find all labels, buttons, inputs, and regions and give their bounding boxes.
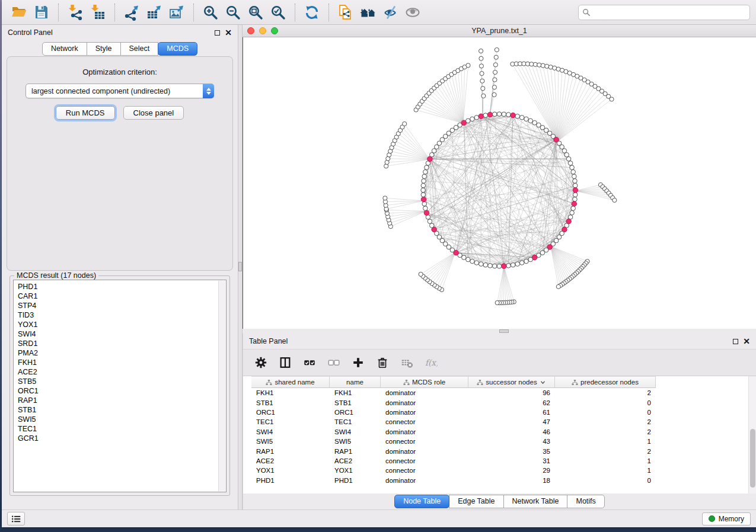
result-node-item[interactable]: PMA2: [14, 348, 226, 358]
zoom-fit-icon[interactable]: [244, 2, 267, 23]
houses-icon[interactable]: [357, 2, 379, 23]
result-node-item[interactable]: STB5: [14, 377, 226, 386]
table-row[interactable]: SWI4SWI4dominator462: [243, 427, 756, 437]
cell-MCDS-role: connector: [381, 467, 468, 474]
show-graphics-details-icon[interactable]: [402, 2, 425, 23]
table-row[interactable]: RAP1RAP1dominator352: [243, 446, 756, 456]
run-mcds-button[interactable]: Run MCDS: [56, 106, 115, 120]
table-row[interactable]: ACE2ACE2connector311: [243, 456, 756, 466]
control-panel: Control Panel ✕ NetworkStyleSelectMCDS O…: [2, 25, 238, 509]
export-image-icon[interactable]: [165, 2, 188, 23]
float-panel-icon[interactable]: [733, 339, 738, 344]
table-row[interactable]: ORC1ORC1dominator610: [243, 408, 756, 417]
column-header-predecessor-nodes[interactable]: predecessor nodes: [555, 376, 656, 388]
zoom-in-icon[interactable]: [199, 2, 222, 23]
row-gutter: [243, 376, 251, 388]
close-panel-icon[interactable]: ✕: [743, 338, 750, 344]
table-row[interactable]: YOX1YOX1connector291: [243, 466, 756, 475]
save-session-icon[interactable]: [30, 2, 53, 23]
table-scrollbar-thumb[interactable]: [750, 429, 755, 488]
table-panel: Table Panel ✕ f(x) shared namenameMCDS r…: [243, 334, 756, 509]
tab-node-table[interactable]: Node Table: [394, 495, 449, 508]
horizontal-splitter[interactable]: [243, 329, 756, 334]
result-node-item[interactable]: SWI5: [14, 415, 226, 424]
delete-column-icon[interactable]: [375, 355, 390, 370]
vertical-splitter[interactable]: [238, 25, 243, 509]
column-header-shared-name[interactable]: shared name: [251, 376, 330, 388]
splitter-grip[interactable]: [238, 262, 242, 271]
table-row[interactable]: PHD1PHD1dominator180: [243, 476, 756, 485]
result-node-item[interactable]: SWI4: [14, 329, 226, 339]
cell-MCDS-role: dominator: [381, 399, 468, 406]
column-header-name[interactable]: name: [330, 376, 381, 388]
close-panel-button[interactable]: Close panel: [123, 106, 184, 120]
tab-mcds[interactable]: MCDS: [158, 42, 197, 56]
optimization-criterion-dropdown[interactable]: largest connected component (undirected): [25, 84, 214, 98]
column-header-successor-nodes[interactable]: successor nodes: [468, 376, 555, 388]
tab-network[interactable]: Network: [42, 42, 87, 56]
import-table-icon[interactable]: [87, 2, 109, 23]
result-node-item[interactable]: CAR1: [14, 291, 226, 301]
result-node-item[interactable]: ACE2: [14, 367, 226, 377]
result-node-item[interactable]: TEC1: [14, 424, 226, 434]
export-network-icon[interactable]: [120, 2, 143, 23]
open-session-icon[interactable]: [8, 2, 30, 23]
column-selector-icon[interactable]: [278, 355, 292, 370]
tab-edge-table[interactable]: Edge Table: [449, 495, 503, 508]
cell-name: SWI5: [330, 438, 381, 445]
import-network-icon[interactable]: [64, 2, 87, 23]
memory-status-icon: [709, 515, 715, 522]
result-node-item[interactable]: FKH1: [14, 358, 226, 367]
table-row[interactable]: TEC1TEC1connector472: [243, 417, 756, 427]
network-canvas[interactable]: [243, 37, 756, 329]
cell-shared-name: PHD1: [251, 477, 330, 484]
zoom-selected-icon[interactable]: [267, 2, 289, 23]
table-row[interactable]: FKH1FKH1dominator962: [243, 388, 756, 398]
tab-select[interactable]: Select: [120, 42, 159, 56]
network-graph[interactable]: [243, 37, 756, 329]
result-list-scrollbar[interactable]: [218, 281, 225, 491]
table-row[interactable]: STB1STB1dominator620: [243, 398, 756, 407]
table-row[interactable]: SWI5SWI5connector431: [243, 437, 756, 446]
cell-shared-name: TEC1: [251, 418, 330, 425]
column-header-MCDS-role[interactable]: MCDS role: [381, 376, 468, 388]
result-node-item[interactable]: SRD1: [14, 339, 226, 348]
hide-graphics-details-icon[interactable]: [379, 2, 402, 23]
result-node-item[interactable]: YOX1: [14, 320, 226, 329]
tree-icon: [477, 379, 483, 386]
toolbar-separator: [114, 4, 115, 21]
zoom-out-icon[interactable]: [222, 2, 244, 23]
settings-gear-icon[interactable]: [254, 355, 268, 370]
table-scrollbar[interactable]: [748, 376, 756, 493]
desktop-background: Control Panel ✕ NetworkStyleSelectMCDS O…: [0, 0, 756, 532]
select-all-columns-icon[interactable]: [302, 355, 317, 370]
memory-button[interactable]: Memory: [702, 512, 751, 525]
export-table-icon[interactable]: [143, 2, 165, 23]
result-node-item[interactable]: RAP1: [14, 396, 226, 405]
result-node-item[interactable]: TID3: [14, 310, 226, 320]
refresh-view-icon[interactable]: [301, 2, 323, 23]
result-node-item[interactable]: STB1: [14, 405, 226, 415]
tab-style[interactable]: Style: [87, 42, 121, 56]
result-node-item[interactable]: PHD1: [14, 282, 226, 291]
cell-predecessor-nodes: 1: [555, 467, 656, 474]
result-node-item[interactable]: GCR1: [14, 434, 226, 443]
control-panel-header: Control Panel ✕: [2, 25, 238, 40]
tab-network-table[interactable]: Network Table: [503, 495, 568, 508]
close-panel-icon[interactable]: ✕: [225, 30, 232, 36]
function-builder-icon: f(x): [424, 355, 438, 370]
splitter-grip[interactable]: [499, 329, 509, 333]
clone-network-icon[interactable]: [334, 2, 357, 23]
result-node-item[interactable]: ORC1: [14, 386, 226, 396]
cell-predecessor-nodes: 0: [555, 409, 656, 416]
unselect-all-columns-icon[interactable]: [327, 355, 341, 370]
tab-motifs[interactable]: Motifs: [567, 495, 604, 508]
task-history-button[interactable]: [7, 512, 25, 525]
float-panel-icon[interactable]: [215, 30, 220, 36]
search-input[interactable]: [593, 7, 746, 18]
optimization-criterion-label: Optimization criterion:: [7, 68, 232, 76]
add-column-icon[interactable]: [351, 355, 365, 370]
table-panel-title: Table Panel: [249, 337, 288, 345]
result-node-item[interactable]: STP4: [14, 301, 226, 310]
cell-successor-nodes: 47: [468, 418, 555, 425]
